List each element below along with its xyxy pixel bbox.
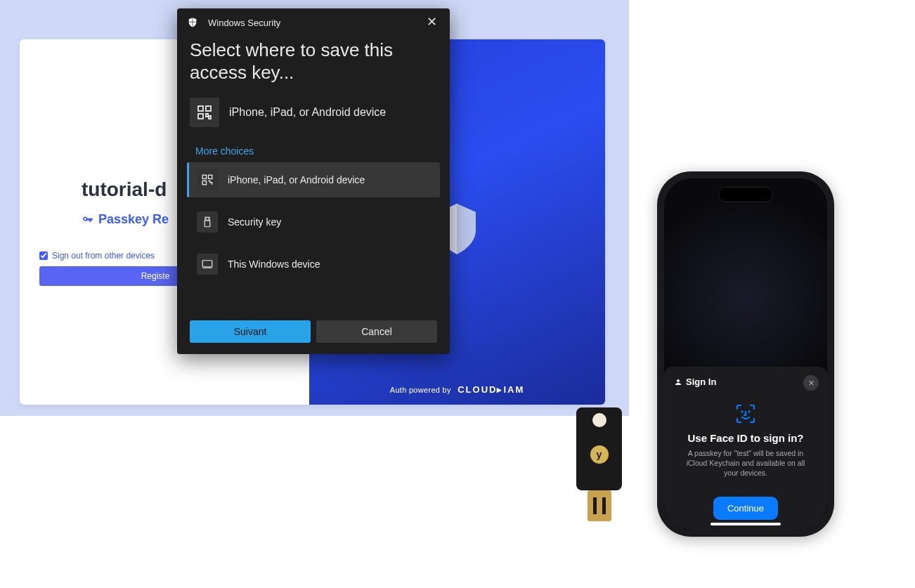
choice-list: iPhone, iPad, or Android device Security…: [177, 162, 450, 282]
yubikey-keyhole: [592, 413, 606, 427]
faceid-icon: [734, 403, 757, 425]
choice-label: This Windows device: [228, 259, 320, 270]
yubikey-connector: [588, 490, 611, 521]
iphone-screen: 09:41 Sign In ✕ Use: [664, 178, 827, 530]
passkey-label: Passkey Re: [98, 212, 169, 227]
svg-rect-4: [198, 114, 203, 119]
svg-rect-9: [205, 221, 210, 227]
sheet-header-text: Sign In: [686, 377, 716, 387]
choice-security-key[interactable]: Security key: [187, 204, 440, 240]
next-button[interactable]: Suivant: [190, 320, 311, 343]
qr-icon: [190, 98, 219, 127]
yubikey-body: y: [576, 407, 622, 490]
person-icon: [674, 378, 682, 386]
signin-sheet: Sign In ✕ Use Face ID to sign in? A pass…: [664, 367, 827, 530]
home-indicator[interactable]: [710, 523, 781, 525]
continue-button[interactable]: Continue: [713, 497, 778, 520]
svg-rect-12: [202, 261, 212, 267]
close-button[interactable]: ✕: [421, 11, 443, 32]
signout-checkbox[interactable]: [39, 251, 48, 260]
svg-point-21: [741, 411, 742, 412]
faceid-title: Use Face ID to sign in?: [674, 432, 817, 444]
svg-rect-2: [198, 106, 203, 111]
svg-rect-6: [209, 176, 212, 179]
choice-label: Security key: [228, 216, 281, 228]
dialog-header-text: Windows Security: [208, 18, 280, 28]
svg-point-22: [748, 411, 749, 412]
choice-label: iPhone, iPad, or Android device: [228, 174, 365, 185]
shield-icon: [187, 17, 198, 28]
current-option-label: iPhone, iPad, or Android device: [229, 106, 386, 119]
auth-footer: Auth powered by CLOUD▸IAM: [309, 384, 605, 395]
usb-icon: [197, 211, 218, 233]
cancel-button[interactable]: Cancel: [316, 320, 437, 343]
more-choices-link[interactable]: More choices: [177, 133, 450, 162]
sheet-header: Sign In: [674, 377, 817, 387]
windows-security-dialog: Windows Security ✕ Select where to save …: [177, 8, 450, 354]
monitor-icon: [197, 254, 218, 275]
choice-this-device[interactable]: This Windows device: [187, 247, 440, 282]
iphone-device: 09:41 Sign In ✕ Use: [657, 171, 834, 537]
signout-label[interactable]: Sign out from other devices: [52, 251, 155, 261]
svg-rect-5: [202, 176, 206, 179]
faceid-description: A passkey for "test" will be saved in iC…: [674, 448, 817, 478]
footer-brand: CLOUD▸IAM: [458, 384, 524, 395]
footer-prefix: Auth powered by: [390, 386, 451, 394]
dialog-buttons: Suivant Cancel: [190, 320, 437, 343]
key-icon: [82, 214, 94, 226]
svg-rect-7: [202, 181, 206, 185]
dynamic-island: [718, 187, 773, 202]
yubikey-logo: y: [590, 445, 609, 464]
yubikey-device: y: [576, 407, 622, 521]
qr-icon: [197, 169, 218, 190]
dialog-header: Windows Security: [177, 8, 450, 37]
current-option: iPhone, iPad, or Android device: [177, 92, 450, 133]
dialog-title: Select where to save this access key...: [177, 37, 450, 92]
sheet-close-button[interactable]: ✕: [803, 375, 819, 391]
choice-mobile-device[interactable]: iPhone, iPad, or Android device: [187, 162, 440, 197]
svg-rect-3: [206, 106, 211, 111]
dimmed-background: [664, 178, 827, 375]
svg-rect-8: [205, 218, 209, 221]
